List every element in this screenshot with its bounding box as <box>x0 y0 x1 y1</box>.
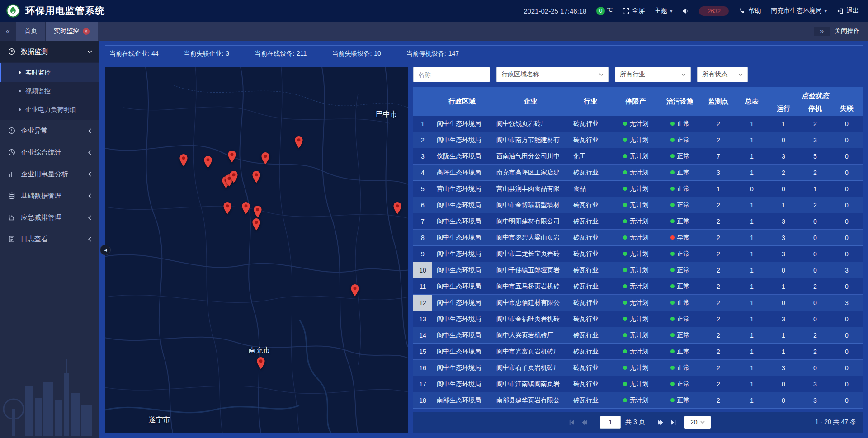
map-pin[interactable] <box>241 202 250 214</box>
column-header[interactable]: 停限产 <box>612 87 659 116</box>
table-row[interactable]: 13阆中生态环境局阆中市金福旺页岩机砖砖瓦行业无计划正常21300 <box>413 311 863 327</box>
map-pin[interactable] <box>252 218 261 231</box>
table-row[interactable]: 5营山生态环境局营山县润丰肉食品有限食品无计划正常10010 <box>413 181 863 197</box>
sidebar-subitem[interactable]: 视频监控 <box>0 82 99 100</box>
sidebar-item[interactable]: 企业综合统计 <box>0 141 99 163</box>
table-row[interactable]: 4高坪生态环境局南充市高坪区王家店建砖瓦行业无计划正常31220 <box>413 165 863 181</box>
column-header[interactable]: 行业 <box>569 87 612 116</box>
cell-meters: 1 <box>736 213 768 229</box>
cell-company: 南部县建华页岩有限公 <box>492 392 569 408</box>
cell-index: 7 <box>413 213 432 229</box>
map-panel[interactable]: 巴中市南充市遂宁市 ◀ <box>105 67 408 433</box>
sidebar-item[interactable]: 应急减排管理 <box>0 207 99 228</box>
theme-dropdown[interactable]: 主题 ▾ <box>655 7 673 15</box>
map-pin[interactable] <box>294 136 303 148</box>
sidebar-item[interactable]: 日志查看 <box>0 228 99 250</box>
page-size-select[interactable]: 20 <box>684 416 711 429</box>
help-button[interactable]: 帮助 <box>739 7 761 15</box>
column-header[interactable]: 总表 <box>736 87 768 116</box>
sidebar-item[interactable]: 企业用电量分析 <box>0 163 99 185</box>
cell-stop: 0 <box>799 360 831 376</box>
status-ok-icon <box>670 138 675 142</box>
last-page-button[interactable] <box>669 417 679 427</box>
table-row[interactable]: 8阆中生态环境局阆中市枣碧大梁山页岩砖瓦行业无计划异常21300 <box>413 230 863 246</box>
chevron-left-icon <box>87 238 92 241</box>
alert-count-badge[interactable]: 2632 <box>699 6 729 16</box>
status-ok-icon <box>623 398 627 402</box>
table-row[interactable]: 17阆中生态环境局阆中市江南镇阆南页岩砖瓦行业无计划正常21030 <box>413 376 863 392</box>
cell-run: 1 <box>768 116 799 132</box>
scroll-tabs-left-button[interactable]: « <box>0 22 16 41</box>
close-tab-icon[interactable]: × <box>83 28 90 35</box>
name-filter-input[interactable] <box>413 67 490 82</box>
map-pin[interactable] <box>229 170 238 183</box>
status-ok-icon <box>623 349 627 353</box>
table-row[interactable]: 12阆中生态环境局阆中市忠信建材有限公砖瓦行业无计划正常21003 <box>413 295 863 311</box>
column-header[interactable]: 治污设施 <box>659 87 701 116</box>
logout-button[interactable]: 退出 <box>837 7 859 15</box>
column-header[interactable]: 行政区域 <box>432 87 492 116</box>
table-row[interactable]: 3仪陇生态环境局西南油气田分公司川中化工无计划正常71350 <box>413 148 863 165</box>
cell-facility: 正常 <box>659 165 701 180</box>
map-pin[interactable] <box>227 151 236 163</box>
scroll-tabs-right-button[interactable]: » <box>814 27 830 36</box>
column-header[interactable]: 运行 <box>768 101 799 116</box>
table-row[interactable]: 2阆中生态环境局阆中市南方节能建材有砖瓦行业无计划正常21030 <box>413 132 863 148</box>
collapse-sidebar-button[interactable]: ◀ <box>100 245 111 255</box>
tab-realtime-monitor[interactable]: 实时监控 × <box>46 22 98 41</box>
sidebar-item[interactable]: 基础数据管理 <box>0 185 99 207</box>
close-operations-button[interactable]: 关闭操作 <box>835 27 860 35</box>
industry-filter-select[interactable]: 所有行业 <box>615 67 691 82</box>
column-header[interactable]: 失联 <box>831 101 863 116</box>
map-pin[interactable] <box>252 170 261 183</box>
table-row[interactable]: 1阆中生态环境局阆中强锐页岩砖厂砖瓦行业无计划正常21120 <box>413 116 863 132</box>
map-pin[interactable] <box>256 357 265 370</box>
cell-run: 0 <box>768 295 799 311</box>
table-row[interactable]: 7阆中生态环境局阆中明阳建材有限公司砖瓦行业无计划正常21300 <box>413 213 863 230</box>
table-header: 行政区域企业行业停限产治污设施监测点总表点位状态运行停机失联 <box>413 87 863 116</box>
column-header[interactable]: 停机 <box>799 101 831 116</box>
cell-region: 高坪生态环境局 <box>432 165 492 180</box>
cell-company: 阆中强锐页岩砖厂 <box>492 116 569 132</box>
table-row[interactable]: 18南部生态环境局南部县建华页岩有限公砖瓦行业无计划正常21030 <box>413 392 863 409</box>
table-row[interactable]: 10阆中生态环境局阆中千佛镇五郎垭页岩砖瓦行业无计划正常21003 <box>413 262 863 278</box>
table-row[interactable]: 6阆中生态环境局阆中市金博瑞新型墙材砖瓦行业无计划正常21120 <box>413 197 863 213</box>
prev-page-button[interactable] <box>579 417 589 427</box>
region-filter-select[interactable]: 行政区域名称 <box>496 67 609 82</box>
table-row[interactable]: 14阆中生态环境局阆中大兴页岩机砖厂砖瓦行业无计划正常21120 <box>413 327 863 344</box>
first-page-button[interactable] <box>566 417 576 427</box>
column-header[interactable]: 监测点 <box>701 87 736 116</box>
cell-industry: 砖瓦行业 <box>569 344 612 359</box>
table-row[interactable]: 16阆中生态环境局阆中市石子页岩机砖厂砖瓦行业无计划正常21300 <box>413 360 863 376</box>
org-dropdown[interactable]: 南充市生态环境局 ▾ <box>771 7 827 15</box>
sidebar-subitem[interactable]: 实时监控 <box>0 63 99 82</box>
announcement-button[interactable] <box>682 8 689 14</box>
map-pin[interactable] <box>350 284 359 297</box>
total-pages-label: 共 3 页 <box>625 418 645 426</box>
table-row[interactable]: 15阆中生态环境局阆中市光富页岩机砖厂砖瓦行业无计划正常21120 <box>413 344 863 360</box>
map-pin[interactable] <box>179 154 188 167</box>
column-header[interactable]: 企业 <box>492 87 569 116</box>
status-filter-select[interactable]: 所有状态 <box>697 67 748 82</box>
cell-limit: 无计划 <box>612 132 659 148</box>
cell-industry: 砖瓦行业 <box>569 132 612 148</box>
next-page-button[interactable] <box>656 417 666 427</box>
tab-home[interactable]: 首页 <box>16 22 46 41</box>
sidebar-item[interactable]: 数据监测 <box>0 41 99 62</box>
table-row[interactable]: 9阆中生态环境局阆中市二龙长宝页岩砖砖瓦行业无计划正常21300 <box>413 246 863 262</box>
map-pin[interactable] <box>261 152 270 165</box>
map-pin[interactable] <box>253 205 262 218</box>
chevron-down-icon <box>738 73 743 76</box>
cell-industry: 砖瓦行业 <box>569 262 612 278</box>
sidebar-item[interactable]: 企业异常 <box>0 120 99 141</box>
table-row[interactable]: 11阆中生态环境局阆中市五马桥页岩机砖砖瓦行业无计划正常21120 <box>413 278 863 295</box>
column-header[interactable] <box>413 87 432 116</box>
fullscreen-button[interactable]: 全屏 <box>623 7 645 15</box>
theme-label: 主题 <box>655 7 667 15</box>
page-number-input[interactable] <box>600 416 621 429</box>
cell-company: 阆中市南方节能建材有 <box>492 132 569 148</box>
map-pin[interactable] <box>203 156 212 169</box>
map-pin[interactable] <box>393 202 402 214</box>
map-pin[interactable] <box>223 202 232 214</box>
sidebar-subitem[interactable]: 企业电力负荷明细 <box>0 100 99 119</box>
